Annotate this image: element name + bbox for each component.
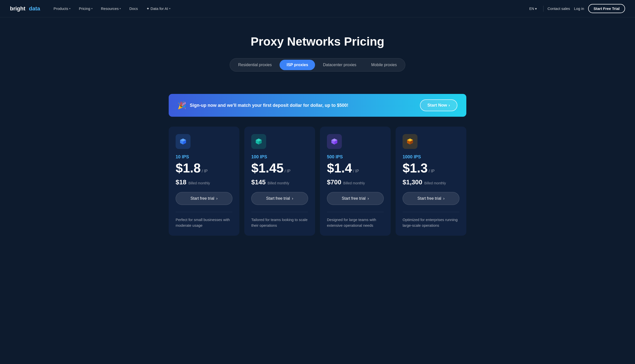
billed-label-100: Billed monthly xyxy=(268,181,289,185)
trial-btn-label-1000: Start free trial xyxy=(418,196,441,201)
billed-row-100: $145 Billed monthly xyxy=(251,178,308,186)
card-divider-1000 xyxy=(403,212,459,212)
billed-amount-10: $18 xyxy=(176,178,186,186)
card-icon-500ips xyxy=(327,134,342,149)
promo-banner: 🎉 Sign-up now and we'll match your first… xyxy=(169,94,466,117)
nav-links: Products ▾ Pricing ▾ Resources ▾ Docs ✦ … xyxy=(50,4,174,13)
billed-amount-1000: $1,300 xyxy=(403,178,422,186)
logo[interactable]: bright data xyxy=(10,6,40,12)
pricing-card-1000ips: 1000 IPS $1.3 / IP $1,300 Billed monthly… xyxy=(396,126,466,236)
nav-docs-label: Docs xyxy=(129,6,138,11)
chevron-down-icon: ▾ xyxy=(535,7,537,11)
price-unit-10: / IP xyxy=(202,169,208,174)
arrow-icon: › xyxy=(292,196,293,201)
billed-row-500: $700 Billed monthly xyxy=(327,178,384,186)
billed-label-500: Billed monthly xyxy=(343,181,365,185)
navbar: bright data Products ▾ Pricing ▾ Resourc… xyxy=(0,0,635,17)
arrow-icon: › xyxy=(448,103,450,108)
trial-button-10ips[interactable]: Start free trial › xyxy=(176,192,232,205)
billed-label-10: Billed monthly xyxy=(188,181,210,185)
promo-text: 🎉 Sign-up now and we'll match your first… xyxy=(178,101,348,110)
trial-btn-label-10: Start free trial xyxy=(190,196,214,201)
card-divider-100 xyxy=(251,212,308,212)
price-row-500: $1.4 / IP xyxy=(327,162,384,174)
logo-bright: bright xyxy=(10,6,25,12)
price-unit-1000: / IP xyxy=(429,169,435,174)
cube-blue-icon xyxy=(179,138,187,146)
billed-label-1000: Billed monthly xyxy=(424,181,446,185)
chevron-down-icon: ▾ xyxy=(120,7,121,10)
nav-pricing-label: Pricing xyxy=(79,6,90,11)
nav-item-pricing[interactable]: Pricing ▾ xyxy=(75,4,96,13)
nav-item-docs[interactable]: Docs xyxy=(126,4,141,13)
card-icon-1000ips xyxy=(403,134,418,149)
arrow-icon: › xyxy=(368,196,369,201)
card-icon-100ips xyxy=(251,134,266,149)
tab-mobile-proxies[interactable]: Mobile proxies xyxy=(364,60,404,70)
nav-item-data-for-ai[interactable]: ✦ Data for AI ▾ xyxy=(143,4,174,13)
billed-row-1000: $1,300 Billed monthly xyxy=(403,178,459,186)
chevron-down-icon: ▾ xyxy=(169,7,170,10)
price-unit-100: / IP xyxy=(284,169,290,174)
navbar-left: bright data Products ▾ Pricing ▾ Resourc… xyxy=(10,4,174,13)
tabs-container: Residential proxies ISP proxies Datacent… xyxy=(10,58,625,72)
price-row-10: $1.8 / IP xyxy=(176,162,232,174)
start-now-button[interactable]: Start Now › xyxy=(420,99,457,111)
nav-item-products[interactable]: Products ▾ xyxy=(50,4,74,13)
trial-btn-label-100: Start free trial xyxy=(266,196,290,201)
contact-sales-link[interactable]: Contact sales xyxy=(547,6,570,11)
proxy-tabs: Residential proxies ISP proxies Datacent… xyxy=(230,58,405,72)
price-unit-500: / IP xyxy=(353,169,359,174)
start-free-trial-button[interactable]: Start Free Trial xyxy=(588,4,625,13)
trial-btn-label-500: Start free trial xyxy=(342,196,366,201)
language-selector[interactable]: EN ▾ xyxy=(527,5,539,12)
cube-teal-icon xyxy=(255,138,263,146)
billed-row-10: $18 Billed monthly xyxy=(176,178,232,186)
chevron-down-icon: ▾ xyxy=(69,7,71,10)
nav-products-label: Products xyxy=(54,6,68,11)
chevron-down-icon: ▾ xyxy=(91,7,93,10)
logo-data: data xyxy=(29,6,40,12)
price-main-10: $1.8 xyxy=(176,162,201,174)
arrow-icon: › xyxy=(216,196,217,201)
card-description-1000: Optimized for enterprises running large-… xyxy=(403,217,459,228)
card-description-500: Designed for large teams with extensive … xyxy=(327,217,384,228)
nav-item-resources[interactable]: Resources ▾ xyxy=(98,4,125,13)
language-label: EN xyxy=(529,7,534,11)
billed-amount-500: $700 xyxy=(327,178,341,186)
nav-data-ai-label: ✦ Data for AI xyxy=(146,6,168,11)
trial-button-500ips[interactable]: Start free trial › xyxy=(327,192,384,205)
promo-message: Sign-up now and we'll match your first d… xyxy=(190,103,348,108)
cube-purple-icon xyxy=(331,138,338,146)
trial-button-100ips[interactable]: Start free trial › xyxy=(251,192,308,205)
card-description-10: Perfect for small businesses with modera… xyxy=(176,217,232,228)
party-icon: 🎉 xyxy=(178,101,186,110)
login-button[interactable]: Log in xyxy=(574,6,584,11)
price-main-1000: $1.3 xyxy=(403,162,428,174)
arrow-icon: › xyxy=(443,196,445,201)
pricing-card-10ips: 10 IPS $1.8 / IP $18 Billed monthly Star… xyxy=(169,126,239,236)
pricing-section: 🎉 Sign-up now and we'll match your first… xyxy=(161,94,474,250)
price-row-1000: $1.3 / IP xyxy=(403,162,459,174)
tab-residential-proxies[interactable]: Residential proxies xyxy=(231,60,278,70)
tab-datacenter-proxies[interactable]: Datacenter proxies xyxy=(316,60,363,70)
tab-isp-proxies[interactable]: ISP proxies xyxy=(279,60,315,70)
hero-section: Proxy Networks Pricing Residential proxi… xyxy=(0,17,635,94)
start-now-label: Start Now xyxy=(427,103,447,108)
pricing-card-500ips: 500 IPS $1.4 / IP $700 Billed monthly St… xyxy=(320,126,391,236)
pricing-cards-grid: 10 IPS $1.8 / IP $18 Billed monthly Star… xyxy=(169,126,466,236)
page-title: Proxy Networks Pricing xyxy=(10,35,625,48)
card-divider-10 xyxy=(176,212,232,212)
nav-separator xyxy=(543,6,543,12)
ips-label-1000: 1000 IPS xyxy=(403,154,459,160)
ips-label-100: 100 IPS xyxy=(251,154,308,160)
ips-label-10: 10 IPS xyxy=(176,154,232,160)
billed-amount-100: $145 xyxy=(251,178,266,186)
price-row-100: $1.45 / IP xyxy=(251,162,308,174)
price-main-100: $1.45 xyxy=(251,162,283,174)
trial-button-1000ips[interactable]: Start free trial › xyxy=(403,192,459,205)
cube-gold-icon xyxy=(406,138,414,146)
card-icon-10ips xyxy=(176,134,190,149)
ips-label-500: 500 IPS xyxy=(327,154,384,160)
card-divider-500 xyxy=(327,212,384,212)
